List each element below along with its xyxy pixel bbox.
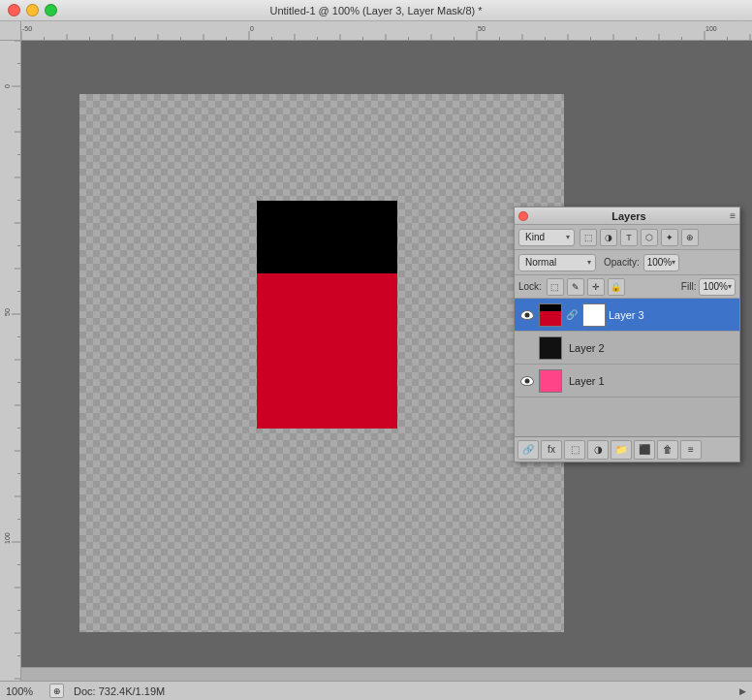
- layers-panel: Layers ≡ Kind ▾ ⬚ ◑ T ⬡ ✦ ⊕ Normal ▾ Opa…: [514, 207, 740, 462]
- status-button[interactable]: ⊕: [49, 684, 64, 698]
- add-mask-button[interactable]: ⬚: [564, 440, 585, 460]
- pixel-filter-icon[interactable]: ⬚: [580, 229, 597, 246]
- fx-button[interactable]: fx: [541, 440, 562, 460]
- kind-row: Kind ▾ ⬚ ◑ T ⬡ ✦ ⊕: [515, 225, 739, 250]
- delete-layer-button[interactable]: 🗑: [657, 440, 678, 460]
- lock-label: Lock:: [518, 281, 542, 292]
- blend-mode-select[interactable]: Normal ▾: [518, 254, 596, 271]
- layer-1-visibility[interactable]: [518, 372, 536, 390]
- opacity-label: Opacity:: [604, 257, 640, 268]
- layer-1-name: Layer 1: [569, 375, 736, 387]
- window-controls: [8, 4, 57, 16]
- blend-row: Normal ▾ Opacity: 100% ▾: [515, 250, 739, 275]
- new-group-button[interactable]: 📁: [611, 440, 632, 460]
- window-title: Untitled-1 @ 100% (Layer 3, Layer Mask/8…: [269, 5, 482, 16]
- kind-dropdown-arrow: ▾: [566, 233, 572, 241]
- status-arrow-icon: ▶: [739, 686, 746, 696]
- opacity-input[interactable]: 100% ▾: [643, 254, 680, 271]
- layer-3-thumbnail: [539, 303, 562, 327]
- close-button[interactable]: [8, 4, 20, 16]
- new-adjustment-button[interactable]: ◑: [587, 440, 609, 460]
- layer-1-thumbnail: [539, 369, 562, 393]
- filter-onoff-icon[interactable]: ⊕: [681, 229, 699, 246]
- layer-2-visibility[interactable]: [518, 339, 536, 357]
- ruler-vertical: [0, 41, 21, 681]
- zoom-level: 100%: [6, 685, 40, 697]
- panel-toolbar: 🔗 fx ⬚ ◑ 📁 ⬛ 🗑 ≡: [515, 436, 739, 461]
- lock-row: Lock: ⬚ ✎ ✛ 🔒 Fill: 100% ▾: [515, 275, 739, 299]
- eye-icon-1: [520, 376, 534, 386]
- layer-3-link-icon: 🔗: [565, 309, 579, 320]
- layers-list: 🔗 Layer 3 Layer 2 Layer 1: [515, 299, 739, 436]
- maximize-button[interactable]: [45, 4, 57, 16]
- doc-info: Doc: 732.4K/1.19M: [74, 685, 730, 697]
- lock-image-icon[interactable]: ✎: [567, 278, 584, 296]
- layer-item-2[interactable]: Layer 2: [515, 332, 739, 365]
- eye-icon: [520, 310, 534, 320]
- opacity-value: 100%: [647, 257, 673, 268]
- layer-3-mask-thumbnail: [582, 303, 606, 327]
- layer-2-thumbnail: [539, 336, 562, 360]
- smart-filter-icon[interactable]: ✦: [661, 229, 678, 246]
- layer-3-name: Layer 3: [609, 309, 736, 321]
- red-rectangle: [257, 273, 397, 429]
- panel-close-button[interactable]: [518, 211, 528, 221]
- layers-empty-area: [515, 398, 739, 436]
- lock-transparent-icon[interactable]: ⬚: [547, 278, 564, 296]
- opacity-arrow: ▾: [672, 258, 675, 267]
- title-bar: Untitled-1 @ 100% (Layer 3, Layer Mask/8…: [0, 0, 752, 21]
- layer-2-name: Layer 2: [569, 342, 736, 354]
- panel-title: Layers: [532, 210, 726, 222]
- ruler-horizontal: [21, 21, 752, 41]
- layer-item-3[interactable]: 🔗 Layer 3: [515, 299, 739, 332]
- lock-all-icon[interactable]: 🔒: [608, 278, 625, 296]
- kind-filter-icons: ⬚ ◑ T ⬡ ✦ ⊕: [580, 229, 699, 246]
- panel-menu-button[interactable]: ≡: [730, 210, 736, 221]
- shape-filter-icon[interactable]: ⬡: [641, 229, 658, 246]
- kind-select[interactable]: Kind ▾: [518, 229, 575, 246]
- panel-titlebar: Layers ≡: [515, 207, 739, 225]
- type-filter-icon[interactable]: T: [620, 229, 638, 246]
- canvas-document[interactable]: [79, 94, 564, 632]
- black-rectangle: [257, 201, 397, 273]
- panel-menu-bottom-button[interactable]: ≡: [680, 440, 702, 460]
- minimize-button[interactable]: [26, 4, 39, 16]
- fill-arrow: ▾: [728, 282, 732, 291]
- blend-mode-value: Normal: [521, 257, 587, 268]
- ruler-corner: [0, 21, 21, 41]
- adjustment-filter-icon[interactable]: ◑: [600, 229, 617, 246]
- scrollbar-horizontal[interactable]: [21, 667, 752, 681]
- new-layer-button[interactable]: ⬛: [634, 440, 655, 460]
- link-layers-button[interactable]: 🔗: [517, 440, 539, 460]
- layer-3-visibility[interactable]: [518, 306, 536, 324]
- fill-label: Fill:: [681, 281, 697, 292]
- blend-dropdown-arrow: ▾: [587, 258, 593, 267]
- fill-value: 100%: [703, 281, 728, 292]
- layer-item-1[interactable]: Layer 1: [515, 365, 739, 398]
- lock-position-icon[interactable]: ✛: [587, 278, 605, 296]
- fill-input[interactable]: 100% ▾: [699, 278, 736, 296]
- status-bar: 100% ⊕ Doc: 732.4K/1.19M ▶: [0, 681, 752, 700]
- kind-select-label: Kind: [521, 232, 566, 242]
